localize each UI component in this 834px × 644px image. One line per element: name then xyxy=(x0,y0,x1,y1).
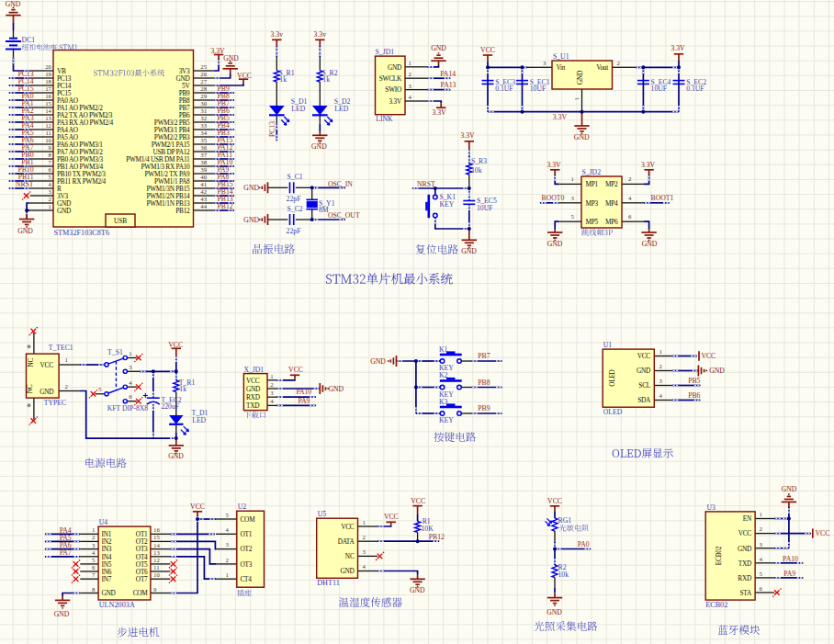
pin-dot[interactable] xyxy=(28,403,31,407)
net-label[interactable]: PA14 xyxy=(440,70,456,78)
net-label[interactable]: NRST xyxy=(417,180,435,188)
value[interactable]: 22pF xyxy=(287,195,301,203)
power-label[interactable]: 3.3V xyxy=(460,131,475,140)
designator[interactable]: T_S1 xyxy=(107,348,123,356)
net-label[interactable]: 3.3V xyxy=(553,113,568,121)
power-label[interactable]: VCC xyxy=(190,503,205,511)
value[interactable]: 220uF xyxy=(161,402,179,411)
power-label[interactable]: 3.3V xyxy=(641,161,656,169)
designator[interactable]: TYPEC xyxy=(44,399,66,407)
designator[interactable]: LINK xyxy=(376,115,393,123)
schematic-canvas[interactable]: USBSTM32F103C8T620VB253V319PC1326GND18PC… xyxy=(0,0,834,644)
power-label[interactable]: VCC xyxy=(480,46,495,54)
value[interactable]: 1k xyxy=(322,75,330,84)
power-label[interactable]: GND xyxy=(574,133,590,141)
value[interactable]: 10k xyxy=(471,166,482,175)
power-label[interactable]: VCC xyxy=(384,513,399,521)
power-label[interactable]: 3.3v xyxy=(271,30,284,39)
value[interactable]: LED xyxy=(291,105,305,113)
power-label[interactable]: GND xyxy=(782,485,797,493)
value[interactable]: 10K xyxy=(422,525,434,533)
designator[interactable]: U1 xyxy=(603,341,613,349)
value[interactable]: 0.1UF xyxy=(495,85,513,93)
power-label[interactable]: GND xyxy=(642,240,658,248)
net-label[interactable]: OSC_IN xyxy=(328,180,353,188)
value[interactable]: 10UF xyxy=(530,85,547,93)
usb-box-label[interactable]: USB xyxy=(114,217,127,225)
designator[interactable]: K3 xyxy=(439,398,448,406)
pin-dot[interactable] xyxy=(28,345,31,348)
net-label[interactable]: BOOT0 xyxy=(542,194,565,202)
designator[interactable]: S_R3 xyxy=(471,157,487,165)
net-label[interactable]: NRST xyxy=(16,180,34,188)
net-label[interactable]: PB9 xyxy=(478,404,490,412)
net-label[interactable]: PB6 xyxy=(688,391,700,400)
switch-contact[interactable] xyxy=(123,356,127,359)
designator[interactable]: U2 xyxy=(238,503,247,511)
value[interactable]: 22pF xyxy=(287,227,301,235)
switch-contact[interactable] xyxy=(105,363,108,367)
power-label[interactable]: GND xyxy=(547,240,563,248)
crystal-s_y1[interactable] xyxy=(306,199,318,209)
power-label[interactable]: GND xyxy=(6,0,21,8)
value[interactable]: 1k xyxy=(179,385,186,393)
net-label[interactable]: PB8 xyxy=(478,378,490,387)
net-label[interactable]: PA10 xyxy=(783,555,798,563)
power-label[interactable]: 3.3v xyxy=(314,30,327,39)
power-label[interactable]: VCC xyxy=(547,497,562,505)
value[interactable]: 0.1UF xyxy=(686,85,704,93)
power-label[interactable]: VCC xyxy=(816,529,830,537)
designator[interactable]: T_TEC1 xyxy=(49,344,73,352)
net-label[interactable]: PB5 xyxy=(688,377,700,385)
power-label[interactable]: VCC xyxy=(168,341,183,349)
power-label[interactable]: VCC xyxy=(288,366,303,374)
net-label[interactable]: PB12 xyxy=(218,202,233,210)
power-label[interactable]: GND xyxy=(709,367,725,375)
power-label[interactable]: 3.3V xyxy=(671,44,685,52)
value[interactable]: 10k xyxy=(558,571,569,579)
value[interactable]: KFT DIP-8X8 xyxy=(107,404,149,412)
power-label[interactable]: GND xyxy=(547,608,562,616)
designator[interactable]: S_JD1 xyxy=(376,48,395,56)
switch-contact[interactable] xyxy=(123,385,127,389)
power-label[interactable]: GND xyxy=(243,216,259,224)
power-label[interactable]: 3.3V xyxy=(547,161,561,169)
power-label[interactable]: GND xyxy=(54,610,70,618)
value[interactable]: 10UF xyxy=(477,204,493,212)
designator[interactable]: K2 xyxy=(439,371,448,379)
power-label[interactable]: GND xyxy=(410,586,425,594)
net-label[interactable]: PA10 xyxy=(296,388,311,396)
net-label[interactable]: PB7 xyxy=(478,352,490,360)
net-label[interactable]: BOOT1 xyxy=(651,194,674,202)
power-label[interactable]: 3.3V xyxy=(432,108,446,117)
switch-contact[interactable] xyxy=(123,400,127,403)
power-label[interactable]: GND xyxy=(17,227,33,235)
power-label[interactable]: GND xyxy=(329,385,344,393)
designator[interactable]: U4 xyxy=(99,518,108,526)
designator[interactable]: U5 xyxy=(318,510,327,518)
value[interactable]: LED xyxy=(334,105,348,113)
net-label[interactable]: PA9 xyxy=(298,397,310,405)
designator[interactable]: U3 xyxy=(707,503,716,512)
power-label[interactable]: GND xyxy=(223,54,239,62)
net-label[interactable]: PC13 xyxy=(268,121,276,137)
power-label[interactable]: GND xyxy=(168,452,184,460)
switch-contact[interactable] xyxy=(123,369,127,373)
designator[interactable]: S_C2 xyxy=(287,205,303,213)
power-label[interactable]: VCC xyxy=(701,352,716,360)
power-label[interactable]: GND xyxy=(243,184,259,192)
power-label[interactable]: GND xyxy=(311,142,327,151)
value[interactable]: 10UF xyxy=(651,85,668,93)
net-label[interactable]: PA9 xyxy=(783,570,795,578)
designator[interactable]: DC1 xyxy=(22,36,36,44)
designator[interactable]: ECB02 xyxy=(705,601,727,609)
power-label[interactable]: VCC xyxy=(237,72,252,80)
net-label[interactable]: PA0 xyxy=(578,540,590,548)
value[interactable]: 1k xyxy=(279,75,287,84)
switch-contact[interactable] xyxy=(105,392,108,396)
net-label[interactable]: PA7 xyxy=(60,548,72,557)
net-label[interactable]: OSC_OUT xyxy=(328,211,360,220)
designator[interactable]: DHT11 xyxy=(317,579,340,587)
power-label[interactable]: GND xyxy=(370,357,386,366)
designator[interactable]: OLED xyxy=(603,408,623,416)
